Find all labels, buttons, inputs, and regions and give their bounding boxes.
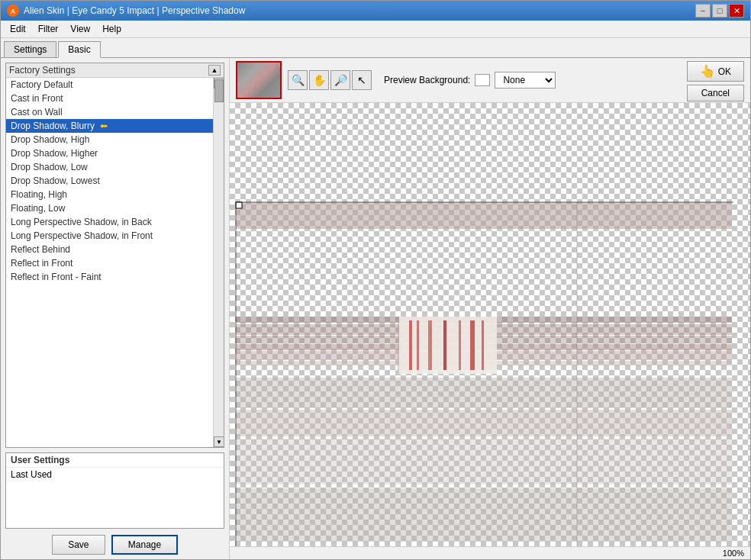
- scrollbar-down-arrow[interactable]: ▼: [214, 436, 224, 447]
- preview-canvas: [230, 103, 750, 546]
- svg-rect-9: [409, 320, 412, 370]
- preset-cast-on-wall[interactable]: Cast on Wall: [6, 105, 213, 119]
- menu-view[interactable]: View: [64, 22, 96, 36]
- main-content: Factory Settings ▲ Factory Default Cast …: [1, 58, 750, 559]
- left-panel: Factory Settings ▲ Factory Default Cast …: [1, 58, 230, 559]
- menu-help[interactable]: Help: [96, 22, 127, 36]
- preview-bg-select[interactable]: None White Black Gray: [495, 72, 556, 89]
- zoom-in-icon: 🔍: [292, 74, 305, 86]
- preview-bg-swatch: [475, 74, 490, 86]
- svg-rect-19: [236, 488, 732, 542]
- user-settings-header: User Settings: [6, 453, 224, 468]
- tab-settings[interactable]: Settings: [4, 41, 56, 57]
- ok-button[interactable]: 👆 OK: [687, 61, 744, 82]
- svg-rect-17: [236, 410, 732, 436]
- thumbnail: [236, 61, 282, 99]
- preset-cast-in-front[interactable]: Cast in Front: [6, 92, 213, 105]
- ok-hand-icon: 👆: [700, 64, 715, 79]
- select-icon: ↖: [357, 74, 366, 86]
- user-settings-section: User Settings Last Used: [5, 452, 224, 529]
- preset-drop-shadow-higher[interactable]: Drop Shadow, Higher: [6, 146, 213, 160]
- window-title: Alien Skin | Eye Candy 5 Impact | Perspe…: [24, 5, 245, 16]
- preview-bg-area: Preview Background: None White Black Gra…: [384, 72, 556, 89]
- preset-list-wrapper: Factory Default Cast in Front Cast on Wa…: [6, 78, 224, 447]
- preset-long-perspective-back[interactable]: Long Perspective Shadow, in Back: [6, 215, 213, 229]
- preset-factory-default[interactable]: Factory Default: [6, 78, 213, 92]
- pan-icon: ✋: [313, 74, 326, 86]
- svg-rect-11: [428, 320, 432, 370]
- preset-floating-high[interactable]: Floating, High: [6, 188, 213, 201]
- menu-edit[interactable]: Edit: [4, 22, 32, 36]
- svg-rect-14: [470, 320, 475, 370]
- zoom-level: 100%: [723, 549, 744, 558]
- tool-buttons: 🔍 ✋ 🔎 ↖: [288, 70, 372, 90]
- handle-tl: [236, 202, 242, 208]
- list-scroll-wrapper: Factory Default Cast in Front Cast on Wa…: [6, 78, 213, 447]
- preset-list-header: Factory Settings ▲: [6, 63, 224, 78]
- svg-rect-12: [443, 320, 446, 370]
- preset-drop-shadow-low[interactable]: Drop Shadow, Low: [6, 160, 213, 174]
- preset-scrollbar[interactable]: ▲ ▼: [213, 78, 224, 447]
- bottom-buttons: Save Manage: [5, 535, 224, 555]
- preset-drop-shadow-high[interactable]: Drop Shadow, High: [6, 133, 213, 146]
- thumbnail-image: [237, 63, 280, 98]
- preset-reflect-in-front[interactable]: Reflect in Front: [6, 256, 213, 270]
- scroll-up-button[interactable]: ▲: [208, 65, 221, 76]
- svg-rect-18: [236, 439, 732, 484]
- save-button[interactable]: Save: [52, 535, 105, 555]
- scrollbar-thumb[interactable]: [214, 79, 224, 102]
- title-bar: A Alien Skin | Eye Candy 5 Impact | Pers…: [1, 1, 750, 21]
- preset-drop-shadow-blurry[interactable]: Drop Shadow, Blurry ⬅: [6, 119, 213, 133]
- main-window: A Alien Skin | Eye Candy 5 Impact | Pers…: [0, 0, 751, 560]
- maximize-button[interactable]: □: [712, 4, 727, 18]
- right-panel: 🔍 ✋ 🔎 ↖ Preview Background:: [230, 58, 750, 559]
- preset-list-container: Factory Settings ▲ Factory Default Cast …: [5, 63, 224, 448]
- svg-text:A: A: [11, 8, 16, 15]
- tab-basic[interactable]: Basic: [58, 41, 100, 58]
- svg-rect-13: [459, 320, 461, 370]
- preset-list-title: Factory Settings: [9, 65, 76, 76]
- preset-floating-low[interactable]: Floating, Low: [6, 201, 213, 215]
- svg-rect-16: [236, 378, 732, 408]
- zoom-in-button[interactable]: 🔍: [288, 70, 308, 90]
- close-button[interactable]: ✕: [729, 4, 744, 18]
- window-controls: − □ ✕: [695, 4, 744, 18]
- right-top-bar: 🔍 ✋ 🔎 ↖ Preview Background:: [230, 58, 750, 103]
- status-bar: 100%: [230, 546, 750, 559]
- preset-drop-shadow-lowest[interactable]: Drop Shadow, Lowest: [6, 174, 213, 188]
- preset-long-perspective-front[interactable]: Long Perspective Shadow, in Front: [6, 229, 213, 243]
- preset-reflect-in-front-faint[interactable]: Reflect in Front - Faint: [6, 270, 213, 284]
- tabs-bar: Settings Basic: [1, 38, 750, 58]
- zoom-out-button[interactable]: 🔎: [330, 70, 350, 90]
- pan-button[interactable]: ✋: [309, 70, 329, 90]
- cancel-button[interactable]: Cancel: [687, 85, 744, 101]
- svg-rect-15: [482, 320, 484, 370]
- menu-filter[interactable]: Filter: [32, 22, 65, 36]
- menu-bar: Edit Filter View Help: [1, 21, 750, 38]
- preview-bg-label: Preview Background:: [384, 75, 470, 85]
- select-button[interactable]: ↖: [352, 70, 372, 90]
- app-icon: A: [7, 5, 19, 17]
- svg-rect-10: [417, 320, 419, 370]
- preset-items: Factory Default Cast in Front Cast on Wa…: [6, 78, 213, 284]
- preview-area[interactable]: [230, 103, 750, 546]
- minimize-button[interactable]: −: [695, 4, 711, 18]
- shadow-band-1: [236, 202, 732, 229]
- zoom-out-icon: 🔎: [334, 74, 347, 86]
- preset-section: Factory Settings ▲ Factory Default Cast …: [5, 63, 224, 448]
- manage-button[interactable]: Manage: [111, 535, 178, 555]
- preset-reflect-behind[interactable]: Reflect Behind: [6, 243, 213, 256]
- user-settings-last-used[interactable]: Last Used: [6, 468, 224, 481]
- selected-cursor-icon: ⬅: [100, 121, 108, 131]
